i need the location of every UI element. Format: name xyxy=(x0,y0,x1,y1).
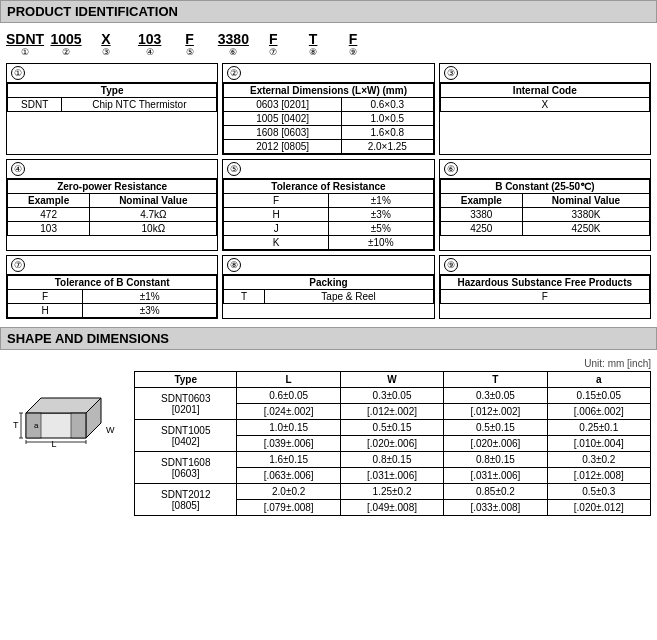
tol-res-r4c2: ±10% xyxy=(328,236,433,250)
zero-power-r2c1: 103 xyxy=(8,222,90,236)
dim-type-2: SDNT1005[0402] xyxy=(135,420,237,452)
def-row-2: ④ Zero-power Resistance Example Nominal … xyxy=(6,159,651,251)
b-const-col2: Nominal Value xyxy=(522,194,649,208)
pn-text-6: 3380 xyxy=(218,31,249,47)
b-const-r2c2: 4250K xyxy=(522,222,649,236)
table-row: SDNT2012[0805] 2.0±0.2 1.25±0.2 0.85±0.2… xyxy=(135,484,651,500)
box4-index: ④ xyxy=(11,162,25,176)
zero-power-r1c1: 472 xyxy=(8,208,90,222)
dim-r1b-T: [.012±.002] xyxy=(444,404,547,420)
dim-r4b-W: [.049±.008] xyxy=(340,500,443,516)
b-constant-table: B Constant (25-50℃) Example Nominal Valu… xyxy=(440,179,650,236)
pn-seg-1: SDNT ① xyxy=(6,31,44,57)
box5-index: ⑤ xyxy=(227,162,241,176)
part-number-display: SDNT ① 1005 ② X ③ 103 ④ F ⑤ xyxy=(6,31,651,57)
box6-index: ⑥ xyxy=(444,162,458,176)
tolerance-res-table: Tolerance of Resistance F ±1% H ±3% J ±5… xyxy=(223,179,433,250)
pn-sep-5 xyxy=(208,37,216,57)
dim-r3-T: 0.8±0.15 xyxy=(444,452,547,468)
ext-dim-box: ② External Dimensions (L×W) (mm) 0603 [0… xyxy=(222,63,434,155)
packing-box: ⑧ Packing T Tape & Reel xyxy=(222,255,434,319)
dim-col-W: W xyxy=(340,372,443,388)
ext-dim-r1c1: 0603 [0201] xyxy=(224,98,342,112)
pn-text-3: X xyxy=(101,31,110,47)
pn-index-7: ⑦ xyxy=(269,47,277,57)
tol-res-r2c1: H xyxy=(224,208,329,222)
pn-index-4: ④ xyxy=(146,47,154,57)
pn-text-8: T xyxy=(309,31,318,47)
dim-type-3: SDNT1608[0603] xyxy=(135,452,237,484)
product-id-header: PRODUCT IDENTIFICATION xyxy=(0,0,657,23)
hazardous-table: Hazardous Substance Free Products F xyxy=(440,275,650,304)
hazardous-value: F xyxy=(440,290,649,304)
pn-seg-3: X ③ xyxy=(88,31,124,57)
type-table: Type SDNT Chip NTC Thermistor xyxy=(7,83,217,112)
dim-type-4: SDNT2012[0805] xyxy=(135,484,237,516)
dim-r2-L: 1.0±0.15 xyxy=(237,420,340,436)
dim-type-1: SDNT0603[0201] xyxy=(135,388,237,420)
zero-power-box: ④ Zero-power Resistance Example Nominal … xyxy=(6,159,218,251)
svg-rect-14 xyxy=(71,413,86,438)
dim-col-L: L xyxy=(237,372,340,388)
b-const-r1c1: 3380 xyxy=(440,208,522,222)
dimensions-table: Type L W T a SDNT0603[0201] 0.6±0.05 0.3… xyxy=(134,371,651,516)
dim-r3b-T: [.031±.006] xyxy=(444,468,547,484)
dim-r2b-L: [.039±.006] xyxy=(237,436,340,452)
pn-seg-8: T ⑧ xyxy=(295,31,331,57)
dim-r3-L: 1.6±0.15 xyxy=(237,452,340,468)
ext-dim-r2c2: 1.0×0.5 xyxy=(341,112,433,126)
type-box: ① Type SDNT Chip NTC Thermistor xyxy=(6,63,218,155)
type-code: SDNT xyxy=(8,98,62,112)
dimensions-table-wrapper: Unit: mm [inch] Type L W T a xyxy=(134,358,651,516)
internal-code-value: X xyxy=(440,98,649,112)
pn-seg-5: F ⑤ xyxy=(172,31,208,57)
hazardous-header: Hazardous Substance Free Products xyxy=(440,276,649,290)
dim-r2b-a: [.010±.004] xyxy=(547,436,650,452)
tol-res-r4c1: K xyxy=(224,236,329,250)
shape-diagram: L W T a xyxy=(6,358,126,450)
tol-b-r2c2: ±3% xyxy=(83,304,217,318)
dim-r3-a: 0.3±0.2 xyxy=(547,452,650,468)
dim-r2-T: 0.5±0.15 xyxy=(444,420,547,436)
dim-r2b-W: [.020±.006] xyxy=(340,436,443,452)
product-id-title: PRODUCT IDENTIFICATION xyxy=(7,4,178,19)
shape-section: SHAPE AND DIMENSIONS L xyxy=(0,327,657,520)
def-row-1: ① Type SDNT Chip NTC Thermistor ② xyxy=(6,63,651,155)
packing-header: Packing xyxy=(224,276,433,290)
dim-r1-L: 0.6±0.05 xyxy=(237,388,340,404)
dim-r1b-W: [.012±.002] xyxy=(340,404,443,420)
tol-b-table: Tolerance of B Constant F ±1% H ±3% xyxy=(7,275,217,318)
box8-index: ⑧ xyxy=(227,258,241,272)
unit-label: Unit: mm [inch] xyxy=(134,358,651,369)
dim-r2-a: 0.25±0.1 xyxy=(547,420,650,436)
dim-r3-W: 0.8±0.15 xyxy=(340,452,443,468)
packing-r1c1: T xyxy=(224,290,264,304)
dim-r4b-L: [.079±.008] xyxy=(237,500,340,516)
tol-b-box: ⑦ Tolerance of B Constant F ±1% H ±3% xyxy=(6,255,218,319)
box2-index: ② xyxy=(227,66,241,80)
type-header: Type xyxy=(8,84,217,98)
box7-index: ⑦ xyxy=(11,258,25,272)
tol-res-r1c2: ±1% xyxy=(328,194,433,208)
b-constant-header: B Constant (25-50℃) xyxy=(440,180,649,194)
shape-content: L W T a Unit: mm [inc xyxy=(6,358,651,516)
dim-r2b-T: [.020±.006] xyxy=(444,436,547,452)
ext-dim-r3c2: 1.6×0.8 xyxy=(341,126,433,140)
dim-r4-L: 2.0±0.2 xyxy=(237,484,340,500)
ext-dim-r2c1: 1005 [0402] xyxy=(224,112,342,126)
dim-r1b-L: [.024±.002] xyxy=(237,404,340,420)
table-row: SDNT1608[0603] 1.6±0.15 0.8±0.15 0.8±0.1… xyxy=(135,452,651,468)
hazardous-box: ⑨ Hazardous Substance Free Products F xyxy=(439,255,651,319)
box9-index: ⑨ xyxy=(444,258,458,272)
dim-r4-a: 0.5±0.3 xyxy=(547,484,650,500)
dim-col-a: a xyxy=(547,372,650,388)
zero-power-header: Zero-power Resistance xyxy=(8,180,217,194)
box3-index: ③ xyxy=(444,66,458,80)
b-const-r1c2: 3380K xyxy=(522,208,649,222)
zero-power-col1: Example xyxy=(8,194,90,208)
pn-seg-6: 3380 ⑥ xyxy=(215,31,251,57)
pn-index-8: ⑧ xyxy=(309,47,317,57)
tol-res-r2c2: ±3% xyxy=(328,208,433,222)
def-row-3: ⑦ Tolerance of B Constant F ±1% H ±3% xyxy=(6,255,651,319)
pn-seg-7: F ⑦ xyxy=(255,31,291,57)
